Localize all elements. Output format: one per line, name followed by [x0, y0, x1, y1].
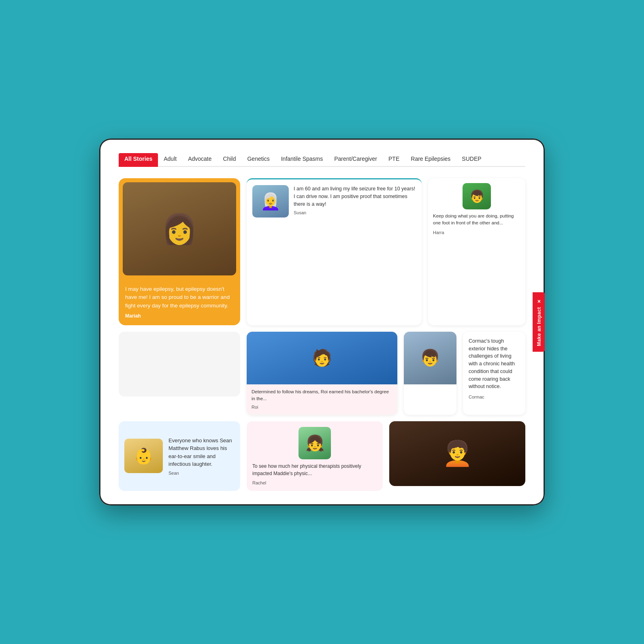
sean-content: Everyone who knows Sean Matthew Rabus lo… [168, 437, 235, 476]
tab-adult[interactable]: Adult [158, 153, 182, 167]
device-frame: All Stories Adult Advocate Child Genetic… [99, 139, 545, 505]
harra-quote: Keep doing what you are doing, putting o… [433, 213, 520, 227]
rachel-quote: To see how much her physical therapists … [252, 463, 377, 477]
make-impact-button[interactable]: Make an Impact × [533, 292, 545, 352]
story-card-featured[interactable]: 👩 I may have epilepsy, but epilepsy does… [119, 178, 240, 325]
sean-photo: 👶 [124, 439, 163, 473]
rachel-image: 👧 [299, 427, 331, 459]
roi-photo: 🧑 [247, 332, 397, 384]
susan-image: 👩‍🦳 [252, 185, 289, 218]
tab-all-stories[interactable]: All Stories [119, 153, 158, 167]
featured-author: Mariah [125, 313, 234, 319]
sean-author: Sean [168, 471, 235, 476]
cormac-author: Cormac [469, 394, 520, 401]
featured-quote: I may have epilepsy, but epilepsy doesn'… [125, 285, 234, 310]
story-card-roi[interactable]: 🧑 Determined to follow his dreams, Roi e… [247, 332, 397, 415]
tab-advocate[interactable]: Advocate [182, 153, 217, 167]
make-impact-label: Make an Impact [536, 307, 542, 346]
susan-content: I am 60 and am living my life seizure fr… [294, 185, 416, 215]
tab-child[interactable]: Child [218, 153, 242, 167]
harra-author: Harra [433, 230, 520, 235]
content-area: All Stories Adult Advocate Child Genetic… [99, 139, 545, 505]
harra-photo: 👦 [463, 183, 491, 209]
story-card-cormac-img[interactable]: 👦 [404, 332, 456, 415]
susan-photo: 👩‍🦳 [252, 185, 289, 218]
cormac-row: 👦 Cormac's tough exterior hides the chal… [404, 332, 525, 415]
roi-quote: Determined to follow his dreams, Roi ear… [252, 388, 392, 403]
sean-image: 👶 [124, 439, 163, 473]
nav-tabs: All Stories Adult Advocate Child Genetic… [119, 153, 525, 167]
bottom-right-image: 🧑‍🦱 [389, 421, 525, 486]
roi-image: 🧑 [247, 332, 397, 384]
roi-author: Roi [252, 404, 392, 411]
rachel-photo: 👧 [299, 427, 331, 459]
tab-pte[interactable]: PTE [383, 153, 405, 167]
story-card-harra[interactable]: 👦 Keep doing what you are doing, putting… [428, 178, 525, 325]
susan-author: Susan [294, 210, 416, 215]
story-card-cormac[interactable]: Cormac's tough exterior hides the challe… [463, 332, 525, 415]
tab-rare-epilepsies[interactable]: Rare Epilepsies [405, 153, 456, 167]
tab-infantile-spasms[interactable]: Infantile Spasms [275, 153, 329, 167]
roi-content: Determined to follow his dreams, Roi ear… [247, 384, 397, 415]
cormac-image: 👦 [404, 332, 456, 384]
tab-sudep[interactable]: SUDEP [456, 153, 487, 167]
story-card-rachel[interactable]: 👧 To see how much her physical therapist… [247, 421, 383, 491]
story-card-bottom-right[interactable]: 🧑‍🦱 [389, 421, 525, 486]
spacer-left [119, 332, 240, 397]
tab-parent-caregiver[interactable]: Parent/Caregiver [328, 153, 383, 167]
sean-quote: Everyone who knows Sean Matthew Rabus lo… [168, 437, 235, 468]
susan-quote: I am 60 and am living my life seizure fr… [294, 185, 416, 208]
harra-image: 👦 [463, 183, 491, 209]
tab-genetics[interactable]: Genetics [241, 153, 275, 167]
featured-image: 👩 [123, 182, 236, 275]
cormac-quote: Cormac's tough exterior hides the challe… [469, 337, 520, 390]
mariah-photo: 👩 [123, 182, 236, 275]
story-card-sean[interactable]: 👶 Everyone who knows Sean Matthew Rabus … [119, 421, 240, 491]
cormac-photo: 👦 [404, 332, 456, 384]
rachel-author: Rachel [252, 480, 266, 485]
close-icon[interactable]: × [536, 298, 542, 305]
story-card-susan[interactable]: 👩‍🦳 I am 60 and am living my life seizur… [247, 178, 422, 325]
